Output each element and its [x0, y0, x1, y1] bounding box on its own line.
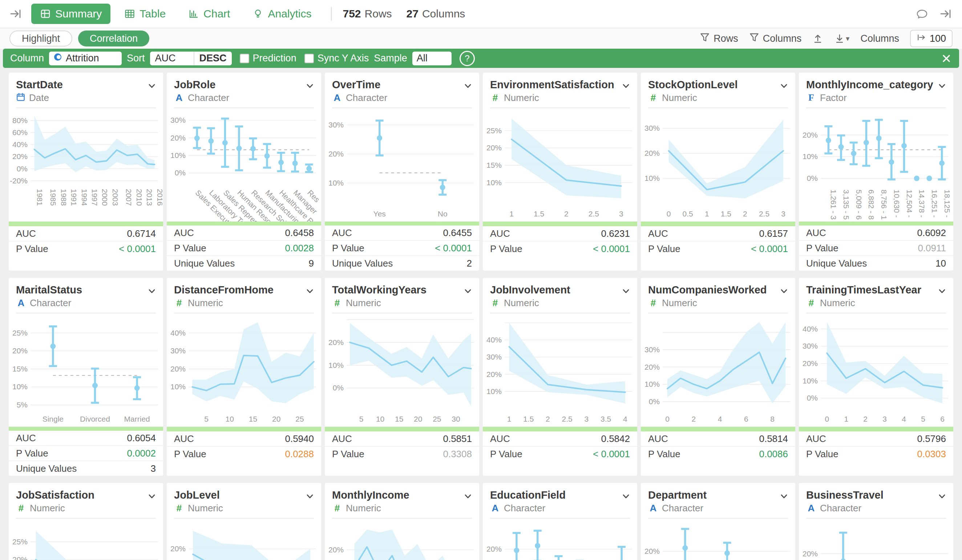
- tab-analytics[interactable]: Analytics: [244, 4, 320, 24]
- stat-label: AUC: [16, 228, 36, 239]
- filter-columns-button[interactable]: Columns: [749, 32, 802, 45]
- chevron-down-icon[interactable]: [304, 491, 315, 504]
- svg-text:40%: 40%: [12, 140, 27, 148]
- sample-label: Sample: [374, 53, 407, 64]
- filter-rows-button[interactable]: Rows: [700, 32, 738, 45]
- prediction-checkbox[interactable]: [240, 54, 249, 63]
- sort-direction-select[interactable]: DESC: [194, 52, 232, 65]
- sample-selector[interactable]: All: [412, 52, 452, 65]
- tab-table[interactable]: Table: [116, 4, 174, 24]
- stat-value: < 0.0001: [593, 449, 630, 460]
- chevron-down-icon[interactable]: [778, 81, 789, 93]
- chevron-down-icon[interactable]: [147, 81, 157, 93]
- stat-label: P Value: [806, 243, 838, 254]
- chevron-down-icon[interactable]: [147, 286, 157, 298]
- chevron-down-icon[interactable]: [778, 286, 789, 298]
- tab-chart[interactable]: Chart: [179, 4, 239, 24]
- tab-summary[interactable]: Summary: [31, 4, 110, 24]
- stat-label: AUC: [174, 433, 194, 444]
- stat-value: 10: [936, 258, 946, 269]
- chevron-down-icon[interactable]: [936, 81, 947, 93]
- stat-value: 0.5851: [443, 433, 472, 444]
- distribution-chart: 20%10%: [799, 519, 953, 560]
- columns-limit-input[interactable]: 100: [910, 30, 952, 47]
- close-icon[interactable]: [941, 53, 952, 64]
- column-type: #Numeric: [174, 503, 314, 513]
- chevron-down-icon[interactable]: [620, 286, 631, 298]
- expand-panel-icon[interactable]: [939, 7, 952, 20]
- download-icon[interactable]: ▾: [834, 33, 849, 44]
- tab-label: Summary: [55, 8, 102, 20]
- summary-card: MaritalStatusACharacter25%20%15%10%5%Sin…: [9, 278, 163, 476]
- chevron-down-icon[interactable]: [462, 81, 473, 93]
- svg-text:0%: 0%: [17, 165, 27, 173]
- chevron-down-icon[interactable]: [304, 81, 315, 93]
- divider: [16, 518, 156, 519]
- svg-text:10: 10: [226, 415, 234, 423]
- distribution-chart: 20%15%10%5%12345: [167, 519, 321, 560]
- prediction-checkbox-group[interactable]: Prediction: [240, 53, 297, 64]
- sort-by-select[interactable]: AUC: [150, 52, 194, 65]
- comment-bubble-icon[interactable]: [915, 7, 928, 20]
- svg-text:25: 25: [295, 415, 304, 423]
- column-type-label: Numeric: [188, 503, 223, 514]
- chevron-down-icon[interactable]: [936, 491, 947, 504]
- divider: [174, 313, 314, 313]
- chevron-down-icon[interactable]: [620, 81, 631, 93]
- stat-row: AUC0.6092: [799, 226, 953, 241]
- table-icon: [124, 8, 135, 19]
- svg-text:2013: 2013: [145, 189, 154, 206]
- numeric-type-icon: #: [490, 297, 500, 309]
- divider: [174, 108, 314, 108]
- help-icon[interactable]: ?: [460, 51, 475, 66]
- column-type-label: Character: [820, 503, 861, 514]
- stat-row: P Value< 0.0001: [483, 447, 637, 461]
- svg-text:1,261 - 3: 1,261 - 3: [830, 190, 838, 220]
- svg-text:30%: 30%: [170, 116, 186, 124]
- columns-limit-label: Columns: [860, 33, 899, 44]
- logical-type-icon: [53, 53, 62, 64]
- correlation-button[interactable]: Correlation: [78, 31, 149, 47]
- numeric-type-icon: #: [648, 297, 658, 309]
- svg-text:1997: 1997: [90, 189, 99, 206]
- summary-grid-icon: [40, 8, 51, 19]
- card-grid: StartDateDate80%60%40%20%0%-20%198119851…: [0, 68, 962, 560]
- chevron-down-icon[interactable]: [778, 491, 789, 504]
- chevron-down-icon[interactable]: [147, 491, 157, 504]
- svg-text:20%: 20%: [328, 150, 344, 158]
- chevron-down-icon[interactable]: [620, 491, 631, 504]
- svg-text:10%: 10%: [12, 382, 27, 391]
- svg-text:-20%: -20%: [10, 176, 27, 185]
- svg-text:2: 2: [863, 415, 868, 423]
- divider: [332, 518, 472, 519]
- svg-text:0: 0: [667, 210, 671, 218]
- svg-text:6: 6: [940, 415, 944, 423]
- distribution-chart: 20%10%0%1,261 - 33,135 - 55,009 - 66,882…: [799, 108, 953, 221]
- bar-chart-icon: [188, 8, 199, 19]
- divider: [648, 108, 788, 108]
- target-column-selector[interactable]: Attrition: [49, 52, 122, 65]
- card-header: StockOptionLevel#Numeric: [641, 73, 795, 108]
- card-title: JobRole: [174, 78, 314, 91]
- column-type: #Numeric: [332, 297, 472, 308]
- stat-row: AUC0.6054: [9, 431, 163, 446]
- svg-text:30%: 30%: [486, 353, 502, 361]
- svg-text:1.5: 1.5: [523, 415, 534, 423]
- collapse-sidebar-icon[interactable]: [10, 7, 23, 20]
- chevron-down-icon[interactable]: [462, 286, 473, 298]
- divider: [490, 313, 630, 313]
- distribution-chart: 20%10%0%: [325, 519, 479, 560]
- chevron-down-icon[interactable]: [462, 491, 473, 504]
- auc-strength-bar: [641, 427, 795, 431]
- svg-text:10%: 10%: [170, 382, 186, 391]
- stat-value: < 0.0001: [119, 243, 156, 255]
- chevron-down-icon[interactable]: [936, 286, 947, 298]
- chevron-down-icon[interactable]: [304, 286, 315, 298]
- sync-y-axis-checkbox-group[interactable]: Sync Y Axis: [304, 53, 369, 64]
- auc-strength-bar: [9, 427, 163, 431]
- summary-card: StockOptionLevel#Numeric30%20%10%00.511.…: [641, 73, 795, 271]
- sync-y-axis-checkbox[interactable]: [304, 54, 314, 63]
- svg-text:20%: 20%: [12, 347, 27, 355]
- upload-icon[interactable]: [812, 33, 823, 44]
- highlight-button[interactable]: Highlight: [10, 31, 72, 47]
